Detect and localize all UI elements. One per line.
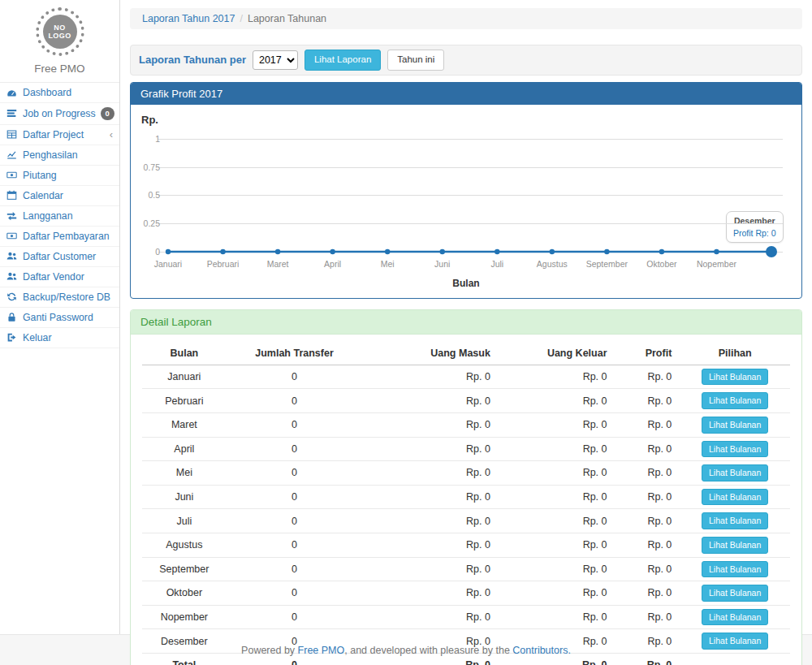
lihat-bulanan-button[interactable]: Lihat Bulanan: [702, 489, 768, 506]
tasks-icon: [6, 108, 18, 119]
sidebar-item-label: Daftar Vendor: [23, 271, 84, 283]
lihat-bulanan-button[interactable]: Lihat Bulanan: [702, 464, 768, 481]
sidebar-item-daftar-pembayaran[interactable]: Daftar Pembayaran: [0, 227, 119, 247]
sidebar-item-daftar-vendor[interactable]: Daftar Vendor: [0, 267, 119, 287]
table-cell: 0: [227, 605, 363, 629]
chart-x-axis-title: Bulan: [131, 278, 801, 289]
table-cell: Agustus: [142, 533, 227, 557]
table-cell: Rp. 0: [499, 365, 615, 389]
table-cell: 0: [227, 509, 363, 533]
sidebar-item-penghasilan[interactable]: Penghasilan: [0, 145, 119, 166]
table-cell: April: [142, 437, 227, 461]
table-cell: Juni: [142, 485, 227, 509]
table-cell: Rp. 0: [615, 605, 680, 629]
brand-name: Free PMO: [0, 63, 119, 75]
footer-contributors-link[interactable]: Contributors.: [512, 645, 571, 656]
table-icon: [6, 129, 18, 140]
sidebar-item-label: Daftar Project: [23, 129, 84, 140]
table-header-row: BulanJumlah TransferUang MasukUang Kelua…: [142, 342, 790, 365]
table-cell: Rp. 0: [615, 629, 680, 654]
lihat-bulanan-button[interactable]: Lihat Bulanan: [702, 512, 768, 529]
sidebar-item-backup-restore-db[interactable]: Backup/Restore DB: [0, 287, 119, 308]
table-cell: Rp. 0: [362, 389, 499, 413]
lihat-bulanan-button[interactable]: Lihat Bulanan: [702, 441, 768, 458]
count-badge: 0: [101, 107, 114, 120]
chart-point: [220, 249, 225, 254]
table-action-cell: Lihat Bulanan: [680, 605, 790, 629]
table-cell: Rp. 0: [499, 581, 615, 606]
table-cell: Rp. 0: [499, 389, 615, 413]
table-row: September0Rp. 0Rp. 0Rp. 0Lihat Bulanan: [142, 557, 790, 581]
lihat-bulanan-button[interactable]: Lihat Bulanan: [702, 609, 768, 626]
table-action-cell: Lihat Bulanan: [680, 485, 790, 509]
table-action-cell: Lihat Bulanan: [680, 509, 790, 533]
table-action-cell: Lihat Bulanan: [680, 461, 790, 486]
chart-point: [440, 249, 445, 254]
table-cell: 0: [227, 485, 363, 509]
sidebar-item-ganti-password[interactable]: Ganti Password: [0, 308, 119, 328]
lihat-bulanan-button[interactable]: Lihat Bulanan: [702, 369, 768, 386]
sidebar-item-label: Piutang: [23, 170, 57, 181]
no-logo-seal: NO LOGO: [36, 7, 84, 56]
no-logo-line2: LOGO: [48, 32, 71, 40]
table-cell: 0: [227, 437, 363, 461]
chart-point: [166, 249, 171, 254]
sidebar-nav: DashboardJob on Progress0Daftar Project‹…: [0, 83, 119, 348]
year-select[interactable]: 2017: [253, 50, 298, 70]
chart-panel-title: Grafik Profit 2017: [131, 83, 801, 105]
table-cell: Rp. 0: [362, 533, 499, 557]
table-action-cell: Lihat Bulanan: [680, 533, 790, 557]
breadcrumb-link[interactable]: Laporan Tahun 2017: [142, 13, 235, 24]
lihat-bulanan-button[interactable]: Lihat Bulanan: [702, 537, 768, 554]
table-cell: Rp. 0: [362, 461, 499, 486]
footer-brand-link[interactable]: Free PMO: [298, 645, 345, 656]
sidebar-item-dashboard[interactable]: Dashboard: [0, 83, 119, 103]
sidebar-item-calendar[interactable]: Calendar: [0, 186, 119, 206]
chart-point: [275, 249, 280, 254]
table-cell: Rp. 0: [615, 412, 680, 437]
table-cell: Rp. 0: [362, 437, 499, 461]
lihat-bulanan-button[interactable]: Lihat Bulanan: [702, 561, 768, 578]
tahun-ini-button[interactable]: Tahun ini: [387, 50, 444, 71]
no-logo-line1: NO: [54, 24, 65, 32]
sidebar-item-daftar-customer[interactable]: Daftar Customer: [0, 247, 119, 267]
chart-point: [550, 249, 555, 254]
lock-icon: [6, 312, 18, 322]
table-cell: 0: [227, 412, 363, 437]
lihat-bulanan-button[interactable]: Lihat Bulanan: [702, 633, 768, 650]
page: NO LOGO Free PMO DashboardJob on Progres…: [0, 0, 812, 634]
table-cell: Rp. 0: [615, 509, 680, 533]
table-cell: Nopember: [142, 605, 227, 629]
sidebar-item-label: Penghasilan: [23, 149, 78, 161]
sign-out-icon: [6, 332, 18, 343]
table-cell: Rp. 0: [615, 485, 680, 509]
table-cell: Rp. 0: [362, 557, 499, 581]
table-action-cell: Lihat Bulanan: [680, 365, 790, 389]
table-row: Oktober0Rp. 0Rp. 0Rp. 0Lihat Bulanan: [142, 581, 790, 606]
table-cell: 0: [227, 389, 363, 413]
table-action-cell: [680, 653, 790, 665]
table-cell: Rp. 0: [362, 485, 499, 509]
column-header: Jumlah Transfer: [227, 342, 363, 365]
lihat-bulanan-button[interactable]: Lihat Bulanan: [702, 585, 768, 602]
table-cell: Mei: [142, 461, 227, 486]
chart-point: [659, 249, 664, 254]
sidebar-item-label: Dashboard: [23, 87, 71, 98]
sidebar-item-label: Daftar Customer: [23, 251, 96, 262]
breadcrumb-current: Laporan Tahunan: [248, 13, 326, 24]
table-cell: 0: [227, 461, 363, 486]
lihat-laporan-button[interactable]: Lihat Laporan: [304, 50, 381, 71]
sidebar-item-daftar-project[interactable]: Daftar Project‹: [0, 125, 119, 145]
column-header: Uang Keluar: [499, 342, 615, 365]
sidebar-item-langganan[interactable]: Langganan: [0, 206, 119, 227]
retweet-icon: [6, 210, 18, 221]
table-cell: 0: [227, 581, 363, 606]
table-cell: Rp. 0: [615, 461, 680, 486]
lihat-bulanan-button[interactable]: Lihat Bulanan: [702, 417, 768, 434]
sidebar-item-job-on-progress[interactable]: Job on Progress0: [0, 103, 119, 125]
sidebar-item-label: Backup/Restore DB: [23, 291, 110, 303]
sidebar-item-keluar[interactable]: Keluar: [0, 328, 119, 348]
sidebar-item-piutang[interactable]: Piutang: [0, 166, 119, 186]
footer-middle: , and developed with pleasure by the: [344, 645, 512, 656]
lihat-bulanan-button[interactable]: Lihat Bulanan: [702, 392, 768, 409]
